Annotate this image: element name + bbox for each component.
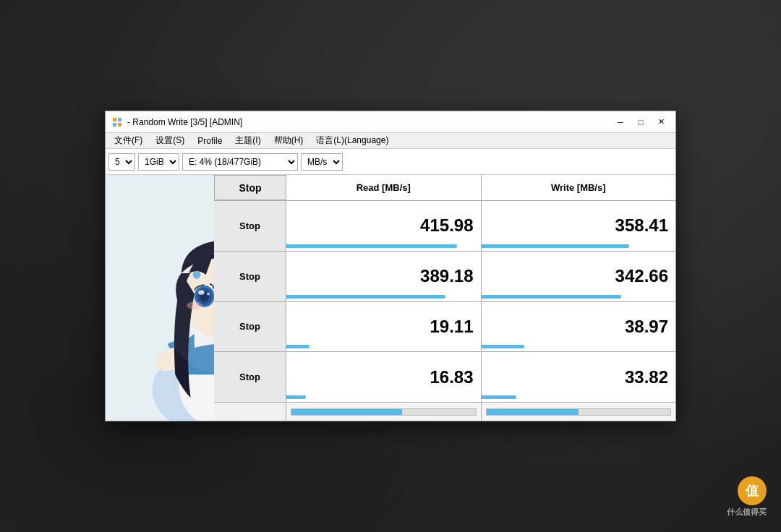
data-grid: Stop Read [MB/s] Write [MB/s] Stop 415.9… <box>214 175 675 421</box>
svg-rect-3 <box>118 123 121 126</box>
size-select[interactable]: 1GiB <box>138 153 179 171</box>
progress-bar-read <box>291 408 477 416</box>
read-bar-2 <box>286 345 310 348</box>
write-value-0: 358.41 <box>615 215 668 236</box>
grid-row-1: Stop 389.18 342.66 <box>214 252 675 302</box>
title-bar: - Random Write [3/5] [ADMIN] ─ □ ✕ <box>106 111 675 133</box>
read-value-2: 19.11 <box>430 317 473 337</box>
write-bar-1 <box>482 295 621 299</box>
read-bar-1 <box>286 295 445 299</box>
stop-button-0[interactable]: Stop <box>214 201 286 251</box>
grid-row-2: Stop 19.11 38.97 <box>214 302 675 353</box>
read-cell-3: 16.83 <box>286 352 482 402</box>
count-select[interactable]: 5 <box>108 153 135 171</box>
read-header: Read [MB/s] <box>286 175 482 200</box>
progress-row <box>214 402 675 421</box>
toolbar: 5 1GiB E: 4% (18/477GiB) MB/s <box>106 149 675 175</box>
write-value-2: 38.97 <box>625 317 668 337</box>
menu-item-theme[interactable]: 主题(I) <box>229 133 266 148</box>
write-value-1: 342.66 <box>615 266 668 286</box>
read-value-0: 415.98 <box>420 215 473 236</box>
svg-rect-1 <box>118 118 121 121</box>
minimize-button[interactable]: ─ <box>612 115 629 129</box>
svg-rect-0 <box>113 118 116 121</box>
menu-item-settings[interactable]: 设置(S) <box>150 133 190 148</box>
main-stop-button[interactable]: Stop <box>214 175 286 200</box>
read-cell-0: 415.98 <box>286 201 482 251</box>
window-title: - Random Write [3/5] [ADMIN] <box>127 117 612 127</box>
read-bar-0 <box>286 244 457 248</box>
brand-icon: 值 <box>738 476 767 505</box>
app-icon <box>111 116 123 128</box>
write-value-3: 33.82 <box>625 367 668 387</box>
menu-item-profile[interactable]: Profile <box>192 134 228 147</box>
read-value-1: 389.18 <box>420 266 473 286</box>
menu-item-file[interactable]: 文件(F) <box>108 133 148 148</box>
maximize-button[interactable]: □ <box>632 115 649 129</box>
menu-item-language[interactable]: 语言(L)(Language) <box>310 133 394 148</box>
progress-cell-write <box>481 403 676 421</box>
write-cell-0: 358.41 <box>482 201 676 251</box>
write-header: Write [MB/s] <box>482 175 676 200</box>
svg-rect-2 <box>113 123 116 126</box>
watermark: 值 什么值得买 <box>727 476 767 518</box>
write-cell-2: 38.97 <box>482 302 676 352</box>
grid-row-0: Stop 415.98 358.41 <box>214 201 675 252</box>
read-cell-1: 389.18 <box>286 252 482 301</box>
stop-button-1[interactable]: Stop <box>214 252 286 301</box>
progress-bar-write <box>486 408 672 416</box>
grid-header: Stop Read [MB/s] Write [MB/s] <box>214 175 675 201</box>
write-bar-2 <box>482 345 524 348</box>
menu-bar: 文件(F) 设置(S) Profile 主题(I) 帮助(H) 语言(L)(La… <box>106 133 675 149</box>
read-cell-2: 19.11 <box>286 302 482 352</box>
write-bar-3 <box>482 395 516 399</box>
read-bar-3 <box>286 395 306 399</box>
write-cell-3: 33.82 <box>482 352 676 402</box>
unit-select[interactable]: MB/s <box>301 153 343 171</box>
brand-text: 什么值得买 <box>727 507 767 518</box>
grid-row-3: Stop 16.83 33.82 <box>214 352 675 402</box>
stop-button-2[interactable]: Stop <box>214 302 286 352</box>
menu-item-help[interactable]: 帮助(H) <box>268 133 310 148</box>
write-cell-1: 342.66 <box>482 252 676 301</box>
progress-cell-read <box>286 403 481 421</box>
close-button[interactable]: ✕ <box>652 115 670 129</box>
stop-button-3[interactable]: Stop <box>214 352 286 402</box>
window: - Random Write [3/5] [ADMIN] ─ □ ✕ 文件(F)… <box>105 111 676 421</box>
content-area: Stop Read [MB/s] Write [MB/s] Stop 415.9… <box>106 175 675 421</box>
write-bar-0 <box>482 244 629 248</box>
drive-select[interactable]: E: 4% (18/477GiB) <box>182 153 298 171</box>
title-controls: ─ □ ✕ <box>612 115 670 129</box>
read-value-3: 16.83 <box>430 367 473 387</box>
